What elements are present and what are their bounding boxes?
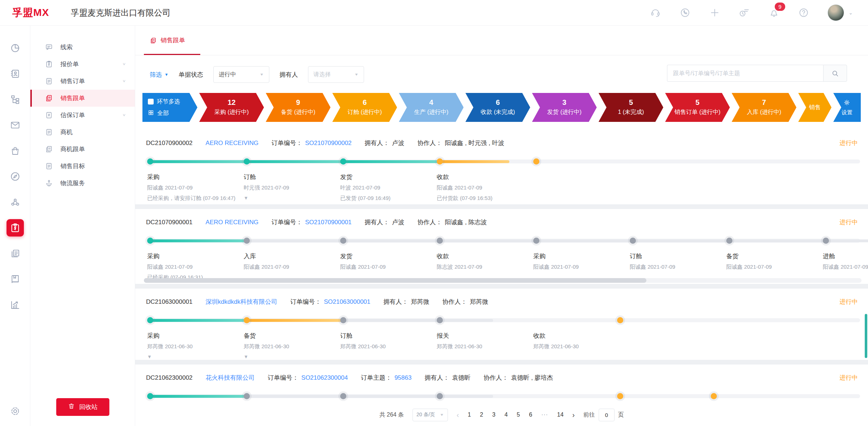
horizontal-scrollbar[interactable] [144, 278, 861, 283]
sidebar-item-线索[interactable]: 线索 [30, 39, 135, 56]
timeline-dot[interactable] [340, 238, 346, 244]
vertical-scrollbar-thumb[interactable] [865, 314, 867, 358]
rail-item-network-icon[interactable] [5, 189, 26, 215]
page-number-6[interactable]: 6 [529, 412, 532, 418]
page-number-5[interactable]: 5 [517, 412, 520, 418]
next-page-button[interactable]: › [572, 411, 575, 419]
stage-arrow-订舱 (进行中)[interactable]: 6订舱 (进行中) [332, 93, 397, 122]
stage-arrow-销售[interactable]: 销售 [798, 93, 831, 122]
rail-item-sales-clipboard-icon[interactable] [5, 215, 26, 240]
rail-item-bag-icon[interactable] [5, 138, 26, 163]
timeline-dot[interactable] [437, 393, 443, 399]
timeline-dot[interactable] [147, 317, 153, 323]
order-theme-link[interactable]: 95863 [394, 374, 411, 382]
sidebar-item-销售订单[interactable]: 销售订单˅ [30, 73, 135, 90]
sidebar-item-商机[interactable]: 商机 [30, 124, 135, 141]
timeline-dot[interactable] [147, 238, 153, 244]
stage-arrow-备货 (进行中)[interactable]: 9备货 (进行中) [266, 93, 330, 122]
customer-link[interactable]: 花火科技有限公司 [206, 374, 255, 382]
customer-link[interactable]: AERO RECEIVING [206, 140, 258, 147]
stage-arrow-收款 (未完成)[interactable]: 6收款 (未完成) [465, 93, 530, 122]
page-number-4[interactable]: 4 [504, 412, 508, 418]
rail-item-mail-icon[interactable] [5, 112, 26, 138]
multi-select-option[interactable]: 环节多选 [148, 98, 180, 106]
tab-sales-follow[interactable]: 销售跟单 [144, 26, 200, 55]
stage-arrow-生产 (进行中)[interactable]: 4生产 (进行中) [399, 93, 463, 122]
rail-item-compass-icon[interactable] [5, 163, 26, 189]
rail-item-contacts-icon[interactable] [5, 61, 26, 86]
checkbox[interactable] [148, 99, 154, 105]
timeline-dot[interactable] [823, 238, 829, 244]
rail-item-book-icon[interactable] [5, 266, 26, 292]
page-number-14[interactable]: 14 [557, 412, 564, 418]
sidebar-item-商机跟单[interactable]: 商机跟单 [30, 141, 135, 158]
goto-page-input[interactable] [599, 409, 615, 421]
step-expand-caret[interactable]: ▼ [244, 354, 251, 359]
sidebar-item-销售目标[interactable]: 销售目标 [30, 158, 135, 175]
expand-chevron-icon[interactable]: ˅ [123, 62, 125, 67]
rail-item-documents-icon[interactable] [5, 240, 26, 266]
expand-chevron-icon[interactable]: ˅ [123, 113, 125, 118]
rail-item-org-chart-icon[interactable] [5, 86, 26, 112]
horizontal-scrollbar-thumb[interactable] [144, 278, 646, 283]
order-no-link[interactable]: SO21062300004 [302, 374, 348, 382]
timeline-dot[interactable] [147, 393, 153, 399]
page-size-select[interactable]: 20 条/页 ▼ [412, 409, 448, 421]
stage-arrow-销售订单 (进行中)[interactable]: 5销售订单 (进行中) [665, 93, 730, 122]
stage-arrow-入库 (进行中)[interactable]: 7入库 (进行中) [732, 93, 796, 122]
step-expand-caret[interactable]: ▼ [244, 195, 251, 201]
stage-settings-button[interactable]: 设置 [833, 93, 861, 122]
timeline-dot[interactable] [147, 158, 153, 165]
order-no-link[interactable]: SO21063000001 [324, 298, 371, 306]
timeline-dot[interactable] [244, 158, 250, 165]
order-no-link[interactable]: SO21070900002 [305, 140, 352, 147]
sidebar-item-物流服务[interactable]: 物流服务 [30, 175, 135, 192]
page-number-3[interactable]: 3 [492, 412, 496, 418]
notifications[interactable]: 9 [768, 7, 780, 18]
headset-icon[interactable] [650, 7, 661, 18]
rail-item-chart-icon[interactable] [5, 292, 26, 318]
timeline-dot[interactable] [244, 238, 250, 244]
settings-gear-icon[interactable] [10, 406, 21, 418]
timeline-dot[interactable] [617, 393, 623, 399]
prev-page-button[interactable]: ‹ [457, 411, 459, 419]
search-button[interactable] [823, 65, 847, 82]
timeline-dot[interactable] [340, 158, 346, 165]
timeline-dot[interactable] [533, 238, 539, 244]
recycle-bin-button[interactable]: 回收站 [56, 398, 109, 416]
timeline-dot[interactable] [711, 393, 717, 399]
expand-chevron-icon[interactable]: ˅ [123, 79, 125, 84]
timeline-dot[interactable] [617, 317, 623, 323]
plus-icon[interactable] [709, 7, 721, 18]
avatar[interactable] [828, 4, 844, 21]
history-icon[interactable] [739, 7, 750, 18]
timeline-dot[interactable] [630, 238, 636, 244]
chat-phone-icon[interactable] [679, 7, 691, 18]
stage-arrow-发货 (进行中)[interactable]: 3发货 (进行中) [532, 93, 597, 122]
page-number-1[interactable]: 1 [468, 412, 471, 418]
user-menu[interactable]: ⌄ [828, 4, 853, 21]
all-stages-option[interactable]: 全部 [148, 110, 169, 117]
sidebar-item-销售跟单[interactable]: 销售跟单 [30, 90, 135, 107]
step-expand-caret[interactable]: ▼ [147, 354, 154, 359]
help-icon[interactable] [798, 7, 809, 18]
search-input[interactable] [667, 65, 823, 82]
order-no-link[interactable]: SO21070900001 [305, 219, 352, 226]
stage-arrow-1 (未完成)[interactable]: 51 (未完成) [599, 93, 663, 122]
customer-link[interactable]: 深圳kdkdkdk科技有限公司 [206, 298, 277, 306]
timeline-dot[interactable] [437, 158, 443, 165]
sidebar-item-报价单[interactable]: 报价单˅ [30, 56, 135, 73]
sidebar-item-信保订单[interactable]: 信保订单˅ [30, 107, 135, 124]
status-filter-select[interactable]: 进行中 ▼ [213, 66, 269, 83]
timeline-dot[interactable] [437, 238, 443, 244]
filter-toggle[interactable]: 筛选 ▼ [150, 71, 168, 79]
timeline-dot[interactable] [244, 317, 250, 323]
timeline-dot[interactable] [726, 238, 732, 244]
timeline-dot[interactable] [437, 317, 443, 323]
timeline-dot[interactable] [340, 393, 346, 399]
stage-arrow-采购 (进行中)[interactable]: 12采购 (进行中) [199, 93, 264, 122]
owner-filter-select[interactable]: 请选择 ▼ [308, 66, 364, 83]
customer-link[interactable]: AERO RECEIVING [206, 219, 258, 226]
rail-item-pie-chart-icon[interactable] [5, 35, 26, 61]
timeline-dot[interactable] [533, 158, 539, 165]
